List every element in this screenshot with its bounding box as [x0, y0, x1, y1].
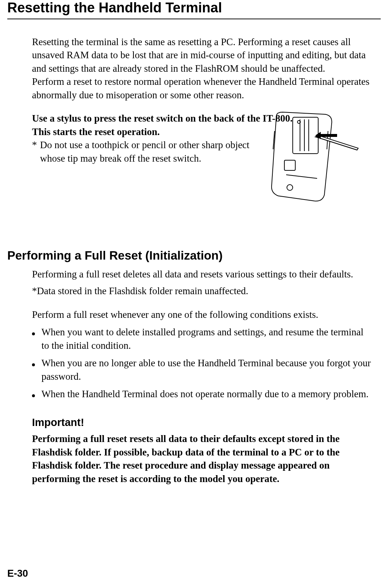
section-full-reset-title: Performing a Full Reset (Initialization)	[7, 249, 381, 263]
bullet-icon	[32, 363, 35, 366]
important-text: Performing a full reset resets all data …	[32, 432, 373, 485]
bullet-icon	[32, 332, 35, 335]
intro-paragraph-2: Perform a reset to restore normal operat…	[32, 75, 373, 102]
list-item: When you are no longer able to use the H…	[32, 356, 373, 383]
list-item: When the Handheld Terminal does not oper…	[32, 387, 373, 400]
section-full-reset: Performing a full reset deletes all data…	[7, 268, 381, 485]
important-heading: Important!	[32, 417, 373, 429]
device-reset-illustration	[264, 109, 359, 204]
list-item: When you want to delete installed progra…	[32, 325, 373, 352]
intro-paragraph-1: Resetting the terminal is the same as re…	[32, 35, 373, 75]
bullet-text-1: When you want to delete installed progra…	[41, 325, 373, 352]
asterisk-marker: *	[32, 138, 40, 165]
svg-rect-5	[284, 160, 295, 170]
bullet-text-3: When the Handheld Terminal does not oper…	[41, 387, 373, 400]
full-reset-paragraph-2: *Data stored in the Flashdisk folder rem…	[32, 284, 373, 297]
page-title: Resetting the Handheld Terminal	[7, 0, 381, 19]
bullet-icon	[32, 394, 35, 397]
page-number: E-30	[7, 568, 28, 579]
full-reset-conditions-intro: Perform a full reset whenever any one of…	[32, 308, 373, 321]
svg-rect-0	[293, 117, 318, 154]
bullet-text-2: When you are no longer able to use the H…	[41, 356, 373, 383]
svg-point-6	[287, 185, 293, 190]
full-reset-paragraph-1: Performing a full reset deletes all data…	[32, 268, 373, 281]
